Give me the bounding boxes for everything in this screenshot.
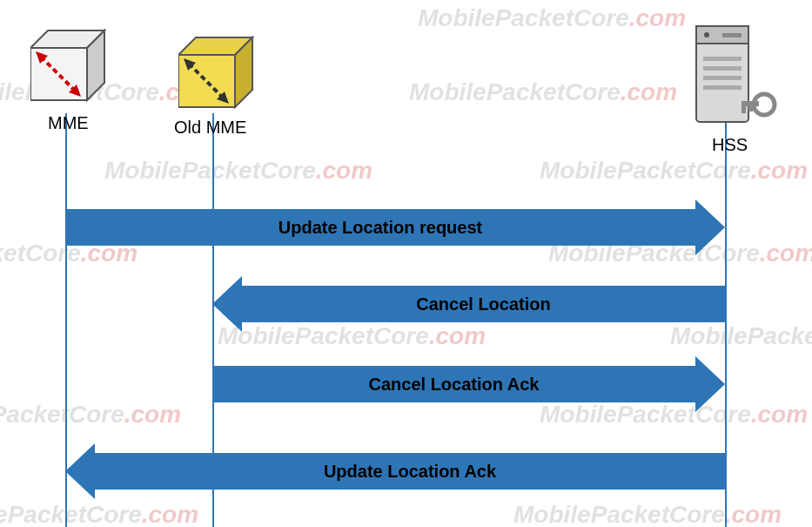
mme-label: MME bbox=[48, 113, 89, 133]
watermark: MobilePacketCore.com bbox=[104, 157, 372, 185]
msg-cancel-location-ack: Cancel Location Ack bbox=[212, 366, 695, 402]
oldmme-node-icon bbox=[178, 33, 257, 124]
lifeline-hss bbox=[725, 113, 727, 527]
msg-label: Cancel Location Ack bbox=[369, 375, 540, 395]
mme-node-icon bbox=[30, 26, 109, 117]
msg-cancel-location: Cancel Location bbox=[242, 286, 725, 322]
watermark: MobilePacketCore.com bbox=[0, 501, 198, 527]
svg-rect-16 bbox=[703, 57, 742, 61]
hss-node-icon bbox=[688, 17, 792, 143]
svg-point-14 bbox=[704, 32, 709, 37]
watermark: MobilePacketCore.com bbox=[418, 4, 686, 32]
msg-label: Cancel Location bbox=[416, 294, 550, 314]
watermark: MobilePacketCore.com bbox=[670, 322, 812, 350]
svg-rect-18 bbox=[703, 76, 742, 80]
svg-rect-22 bbox=[742, 106, 746, 113]
oldmme-label: Old MME bbox=[174, 118, 246, 138]
svg-rect-21 bbox=[742, 101, 759, 106]
watermark: MobilePacketCore.com bbox=[0, 401, 181, 429]
msg-update-location-request: Update Location request bbox=[65, 209, 695, 246]
watermark: MobilePacketCore.com bbox=[218, 322, 486, 350]
msg-update-location-ack: Update Location Ack bbox=[95, 453, 725, 490]
msg-label: Update Location request bbox=[278, 218, 482, 238]
msg-label: Update Location Ack bbox=[324, 462, 496, 482]
svg-rect-17 bbox=[703, 66, 742, 71]
svg-rect-19 bbox=[703, 85, 742, 90]
watermark: MobilePacketCore.com bbox=[513, 501, 782, 527]
svg-rect-23 bbox=[748, 106, 753, 111]
watermark: MobilePacketCore.com bbox=[540, 157, 808, 185]
watermark: MobilePacketCore.com bbox=[540, 401, 808, 429]
watermark: MobilePacketCore.com bbox=[409, 78, 677, 106]
hss-label: HSS bbox=[712, 135, 748, 155]
svg-rect-15 bbox=[722, 33, 742, 37]
